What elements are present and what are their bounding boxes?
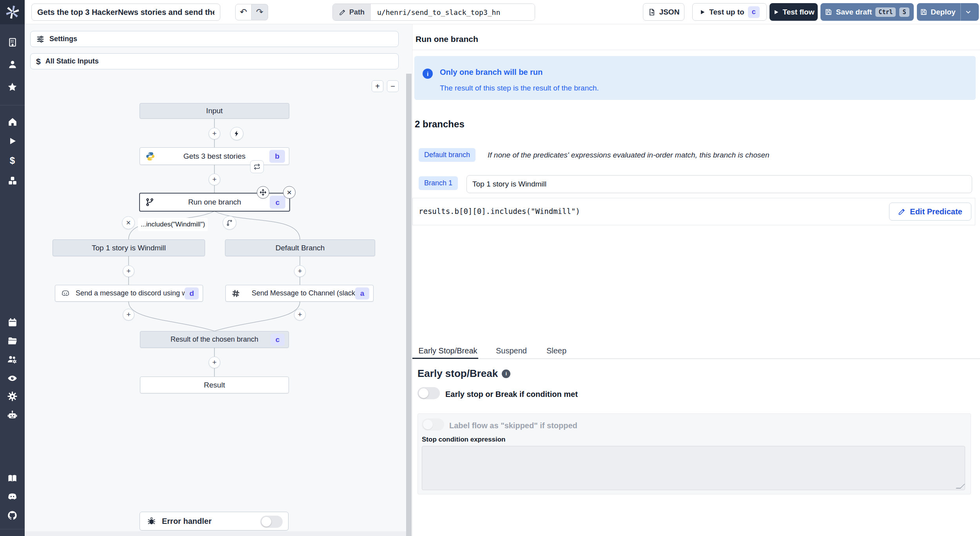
delete-step-button[interactable]: ×: [283, 186, 296, 199]
flow-node-discord-step[interactable]: Send a message to discord using w... d: [55, 285, 203, 302]
sidebar-item-audit-logs[interactable]: [0, 371, 25, 385]
redo-button[interactable]: ↷: [252, 4, 268, 20]
info-icon[interactable]: i: [502, 369, 510, 378]
insert-step-button[interactable]: +: [209, 174, 220, 185]
flow-horizontal-scrollbar[interactable]: [25, 531, 406, 536]
step-key-badge: c: [270, 333, 285, 346]
close-icon: ×: [126, 218, 131, 227]
flow-title-input[interactable]: [31, 4, 220, 21]
remove-branch-button[interactable]: ×: [122, 216, 135, 229]
plus-icon: +: [126, 310, 131, 319]
insert-step-button[interactable]: +: [123, 265, 134, 277]
test-up-to-button[interactable]: Test up to c: [692, 3, 767, 21]
path-label-chip[interactable]: Path: [333, 4, 371, 20]
default-branch-description: If none of the predicates' expressions e…: [488, 151, 769, 159]
node-label: Top 1 story is Windmill: [92, 244, 166, 252]
windmill-logo[interactable]: [0, 0, 25, 24]
undo-icon: ↶: [240, 7, 247, 17]
insert-step-button[interactable]: +: [294, 265, 306, 277]
deploy-dropdown[interactable]: [961, 9, 976, 16]
sidebar-item-docs[interactable]: [0, 472, 25, 485]
save-icon: [825, 8, 832, 16]
plus-icon: +: [212, 129, 216, 138]
node-label: Run one branch: [140, 198, 289, 206]
undo-button[interactable]: ↶: [235, 4, 252, 20]
sidebar-item-home[interactable]: [0, 115, 25, 129]
deploy-button[interactable]: Deploy: [917, 3, 979, 21]
branch-summary-input[interactable]: [466, 175, 972, 193]
sidebar-item-favorites[interactable]: [0, 80, 25, 94]
sidebar-item-schedules[interactable]: [0, 316, 25, 329]
json-button[interactable]: JSON: [643, 3, 684, 21]
git-branch-icon: [145, 198, 154, 206]
play-icon: [773, 9, 779, 15]
stop-condition-label: Stop condition expression: [422, 436, 505, 444]
save-draft-button[interactable]: Save draft Ctrl S: [820, 3, 914, 21]
robot-icon: [7, 410, 18, 420]
step-key-badge: d: [185, 287, 199, 299]
sidebar-item-workspace[interactable]: [0, 36, 25, 49]
sidebar-item-user[interactable]: [0, 58, 25, 71]
zoom-out-button[interactable]: −: [387, 80, 399, 92]
sidebar-item-folders[interactable]: [0, 334, 25, 348]
sidebar-item-resources[interactable]: [0, 174, 25, 187]
tab-suspend[interactable]: Suspend: [495, 343, 528, 359]
tab-early-stop-break[interactable]: Early Stop/Break: [417, 343, 478, 359]
sidebar-item-variables[interactable]: $: [0, 154, 25, 167]
flow-node-error-handler[interactable]: Error handler: [140, 512, 289, 531]
branch-predicate-label[interactable]: ...includes("Windmill"): [138, 218, 208, 231]
test-flow-button[interactable]: Test flow: [769, 3, 818, 21]
github-icon: [7, 510, 18, 521]
flow-node-default-branch-header[interactable]: Default Branch: [225, 239, 375, 256]
add-branch-button[interactable]: [223, 216, 236, 230]
folder-icon: [7, 336, 18, 346]
redo-icon: ↷: [256, 7, 263, 17]
trigger-button[interactable]: [230, 127, 243, 140]
windmill-pinwheel-icon: [5, 5, 20, 19]
play-icon: [699, 9, 706, 15]
insert-step-button[interactable]: +: [294, 309, 306, 321]
path-value[interactable]: u/henri/send_to_slack_top3_hn: [371, 4, 535, 20]
flow-node-slack-step[interactable]: Send Message to Channel (slack) a: [225, 285, 374, 302]
info-banner-body: The result of this step is the result of…: [440, 84, 599, 92]
node-label: Send Message to Channel (slack): [226, 289, 373, 297]
flow-node-input[interactable]: Input: [140, 103, 289, 119]
flow-settings-bar[interactable]: Settings: [30, 31, 399, 47]
sidebar-item-github[interactable]: [0, 509, 25, 522]
insert-step-button[interactable]: +: [209, 128, 220, 139]
test-up-to-label: Test up to: [709, 8, 744, 16]
zoom-in-button[interactable]: +: [372, 80, 383, 92]
flow-static-inputs-bar[interactable]: $ All Static Inputs: [30, 53, 399, 69]
flow-node-get-stories[interactable]: Gets 3 best stories b: [140, 147, 289, 165]
insert-step-button[interactable]: +: [123, 309, 134, 321]
sidebar-item-runs[interactable]: [0, 134, 25, 148]
sidebar-item-groups[interactable]: [0, 353, 25, 366]
slack-icon: [231, 289, 240, 298]
sidebar-item-ai[interactable]: [0, 408, 25, 422]
predicate-code: results.b[0][0].includes("Windmill"): [419, 207, 580, 215]
close-icon: ×: [287, 188, 292, 197]
flow-node-collect-result[interactable]: Result of the chosen branch c: [140, 331, 289, 348]
error-handler-toggle[interactable]: [260, 516, 283, 528]
sidebar-item-settings[interactable]: [0, 389, 25, 403]
sidebar-item-discord[interactable]: [0, 490, 25, 503]
plus-icon: +: [212, 175, 216, 184]
restart-from-step-button[interactable]: [250, 160, 264, 173]
play-icon: [8, 136, 17, 146]
insert-step-button[interactable]: +: [209, 357, 220, 368]
step-key-badge: b: [269, 150, 285, 163]
plus-icon: +: [298, 267, 302, 275]
edit-predicate-button[interactable]: Edit Predicate: [889, 203, 971, 221]
flow-vertical-scrollbar[interactable]: [406, 74, 412, 536]
skip-label-toggle-label: Label flow as "skipped" if stopped: [449, 421, 577, 430]
user-icon: [7, 59, 18, 69]
skip-label-toggle[interactable]: [422, 418, 444, 431]
flow-node-result[interactable]: Result: [140, 377, 289, 393]
stop-condition-textarea[interactable]: [422, 446, 965, 490]
info-banner-title: Only one branch will be run: [440, 68, 543, 77]
move-step-button[interactable]: [257, 186, 269, 199]
flow-node-branch-one-header[interactable]: Top 1 story is Windmill: [53, 239, 205, 256]
save-draft-label: Save draft: [836, 8, 872, 16]
early-stop-toggle[interactable]: [417, 387, 440, 399]
tab-sleep[interactable]: Sleep: [546, 343, 567, 359]
